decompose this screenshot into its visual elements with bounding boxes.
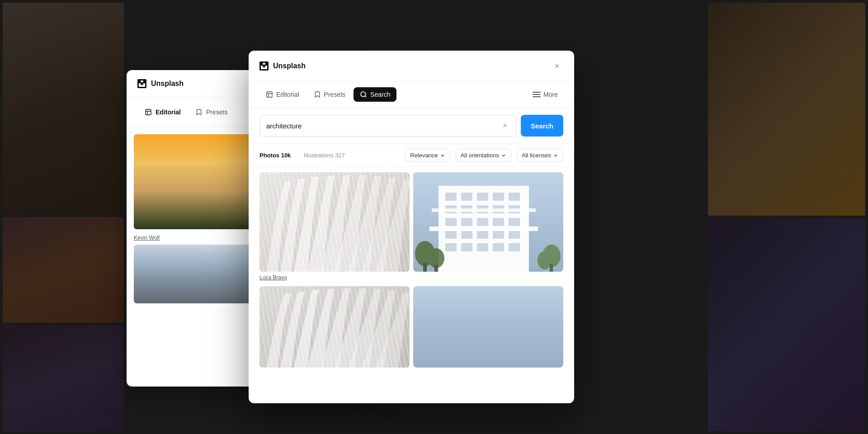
sidebar-nav-presets[interactable]: Presets <box>188 105 235 119</box>
svg-rect-25 <box>509 218 520 226</box>
background-left <box>0 0 127 434</box>
sidebar-nav-editorial[interactable]: Editorial <box>137 105 188 119</box>
svg-rect-26 <box>445 231 457 239</box>
search-section: × Search <box>249 108 574 144</box>
photo-arch-4 <box>413 286 563 368</box>
svg-rect-3 <box>267 92 272 97</box>
svg-rect-15 <box>509 193 520 201</box>
svg-rect-44 <box>550 264 553 272</box>
nav-editorial-label: Editorial <box>276 91 299 98</box>
svg-rect-32 <box>461 243 472 251</box>
photo-card-4[interactable] <box>413 286 563 368</box>
photos-grid: Luca Bravo <box>249 167 574 373</box>
search-clear-button[interactable]: × <box>500 121 509 130</box>
photo-card-2[interactable] <box>413 172 563 283</box>
search-input-wrap: × <box>259 115 516 137</box>
svg-line-7 <box>365 96 366 97</box>
nav-presets[interactable]: Presets <box>307 87 352 102</box>
bg-photo <box>3 3 124 214</box>
filters-row: Photos 10k · Illustrations 327 Relevance… <box>249 144 574 167</box>
photo-arch-2 <box>413 172 563 272</box>
search-submit-button[interactable]: Search <box>521 115 563 137</box>
clear-icon: × <box>503 122 507 130</box>
svg-rect-34 <box>493 243 504 251</box>
orientations-dropdown[interactable]: All orientations <box>456 149 511 162</box>
svg-rect-41 <box>434 265 438 272</box>
svg-rect-36 <box>429 226 538 231</box>
svg-rect-27 <box>461 231 472 239</box>
svg-rect-11 <box>445 193 457 201</box>
svg-rect-33 <box>477 243 488 251</box>
relevance-dropdown[interactable]: Relevance <box>405 149 450 162</box>
svg-rect-40 <box>423 263 427 272</box>
svg-rect-24 <box>493 218 504 226</box>
sidebar-editorial-label: Editorial <box>156 108 181 116</box>
search-bar: × Search <box>259 115 563 137</box>
svg-rect-13 <box>477 193 488 201</box>
photo-card-1[interactable]: Luca Bravo <box>259 172 410 283</box>
filter-photos-tab[interactable]: Photos 10k <box>259 150 291 160</box>
photo-arch-3 <box>259 286 410 368</box>
svg-rect-23 <box>477 218 488 226</box>
search-input[interactable] <box>266 122 496 130</box>
sidebar-title: Unsplash <box>151 80 184 88</box>
nav-presets-label: Presets <box>324 91 345 98</box>
svg-point-6 <box>361 92 366 97</box>
svg-rect-21 <box>445 218 457 226</box>
nav-more[interactable]: More <box>527 87 563 102</box>
svg-rect-31 <box>445 243 457 251</box>
orientations-label: All orientations <box>461 152 499 159</box>
photo-arch-1 <box>259 172 410 272</box>
sidebar-presets-label: Presets <box>206 108 227 116</box>
filter-illustrations-tab[interactable]: Illustrations 327 <box>304 150 345 160</box>
main-nav: Editorial Presets Search More <box>249 82 574 108</box>
main-window: Unsplash × Editorial Presets Search <box>249 51 574 403</box>
nav-more-label: More <box>543 91 558 98</box>
nav-search-label: Search <box>370 91 390 98</box>
sidebar-logo <box>137 79 146 88</box>
svg-rect-28 <box>477 231 488 239</box>
licenses-label: All licenses <box>522 152 551 159</box>
bg-photo <box>3 217 124 323</box>
main-logo-group: Unsplash <box>259 61 306 71</box>
svg-rect-12 <box>461 193 472 201</box>
close-button[interactable]: × <box>551 60 563 72</box>
bg-photo <box>708 3 865 216</box>
bg-photo <box>3 326 124 431</box>
svg-rect-29 <box>493 231 504 239</box>
svg-rect-0 <box>146 109 151 115</box>
photo-author-1[interactable]: Luca Bravo <box>259 272 410 283</box>
nav-search[interactable]: Search <box>354 87 396 102</box>
hamburger-icon <box>533 92 541 97</box>
main-title: Unsplash <box>273 62 306 70</box>
main-header: Unsplash × <box>249 51 574 82</box>
background-right <box>705 0 868 434</box>
svg-rect-8 <box>259 172 410 272</box>
main-logo <box>259 61 269 71</box>
relevance-label: Relevance <box>410 152 438 159</box>
svg-rect-37 <box>432 208 536 212</box>
svg-rect-35 <box>509 243 520 251</box>
svg-rect-45 <box>259 286 410 368</box>
photo-card-3[interactable] <box>259 286 410 368</box>
nav-editorial[interactable]: Editorial <box>259 87 306 102</box>
bg-photo <box>708 218 865 431</box>
svg-rect-22 <box>461 218 472 226</box>
svg-rect-14 <box>493 193 504 201</box>
svg-rect-30 <box>509 231 520 239</box>
licenses-dropdown[interactable]: All licenses <box>517 149 563 162</box>
